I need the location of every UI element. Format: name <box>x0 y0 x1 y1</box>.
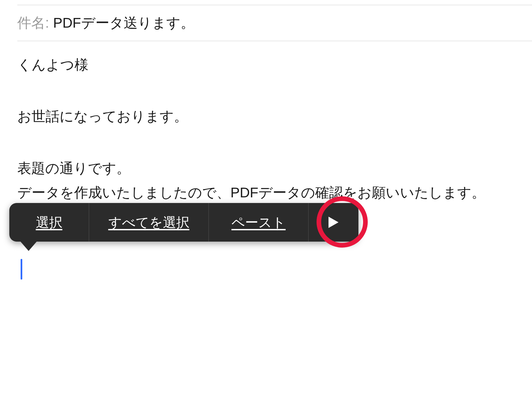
menu-select-button[interactable]: 選択 <box>9 203 89 242</box>
subject-row[interactable]: 件名: PDFデータ送ります。 <box>17 5 532 41</box>
subject-label: 件名: <box>17 14 49 32</box>
menu-more-button[interactable] <box>309 203 358 242</box>
body-line-4: データを作成いたしましたので、PDFデータの確認をお願いいたします。 <box>17 181 515 204</box>
body-line-2: お世話になっております。 <box>17 105 515 128</box>
body-line-greeting: くんよつ様 <box>17 53 515 76</box>
context-menu-tail <box>20 241 37 251</box>
email-body[interactable]: くんよつ様 お世話になっております。 表題の通りです。 データを作成いたしました… <box>17 50 515 204</box>
triangle-right-icon <box>329 217 338 228</box>
menu-paste-button[interactable]: ペースト <box>209 203 309 242</box>
svg-marker-0 <box>329 217 338 228</box>
text-caret <box>21 259 22 280</box>
menu-select-all-button[interactable]: すべてを選択 <box>89 203 209 242</box>
text-context-menu: 選択 すべてを選択 ペースト <box>9 203 358 242</box>
body-line-3: 表題の通りです。 <box>17 157 515 180</box>
subject-value: PDFデータ送ります。 <box>53 14 195 32</box>
